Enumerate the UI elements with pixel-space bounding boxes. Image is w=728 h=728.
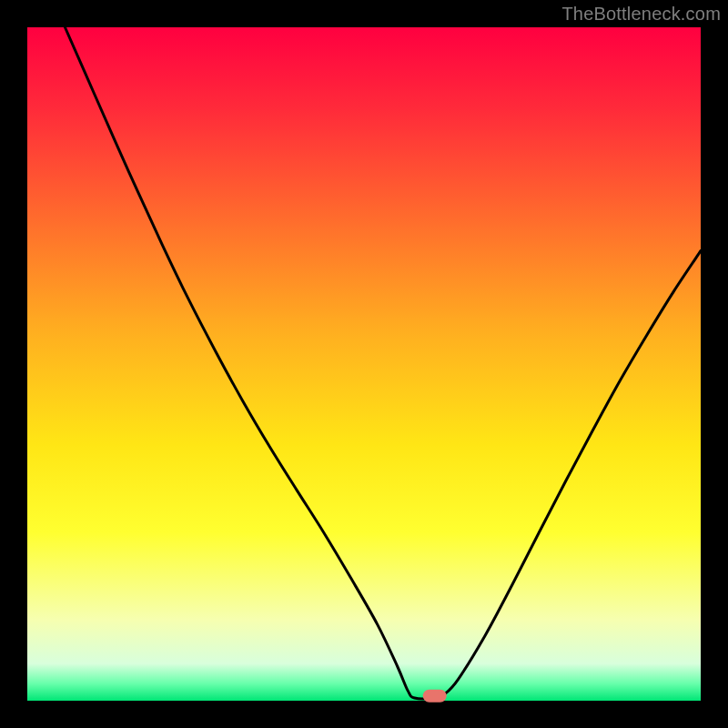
optimal-marker [423, 690, 447, 703]
bottleneck-chart [0, 0, 728, 728]
attribution-text: TheBottleneck.com [561, 4, 721, 25]
chart-container: TheBottleneck.com [0, 0, 728, 728]
